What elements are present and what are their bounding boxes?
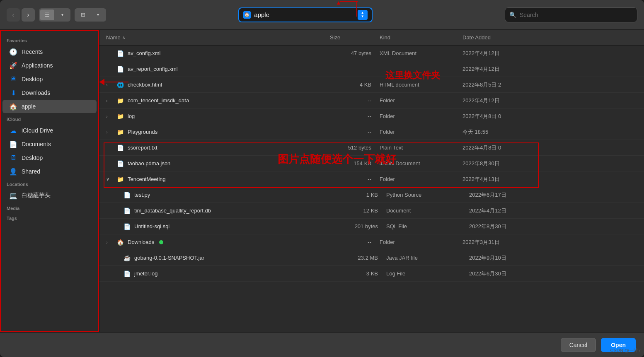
table-row[interactable]: 📄 tim_database_quallity_report.db 12 KB … xyxy=(99,203,644,219)
file-kind: Log File xyxy=(386,270,469,277)
file-kind: Folder xyxy=(380,176,462,182)
sidebar-item-label-desktop: Desktop xyxy=(22,76,43,82)
file-area: 图片点随便选个一下就好 这里换文件夹 Name ∧ Size Kind Date… xyxy=(99,30,644,332)
file-kind: Folder xyxy=(380,239,462,245)
forward-button[interactable]: › xyxy=(22,8,35,22)
sidebar-item-label-downloads: Downloads xyxy=(22,89,50,96)
tags-section-label: Tags xyxy=(0,212,99,222)
file-size: 47 bytes xyxy=(330,50,380,56)
table-row[interactable]: 📄 ssoreport.txt 512 bytes Plain Text 202… xyxy=(99,140,644,156)
list-view-button[interactable]: ☰ xyxy=(40,10,54,20)
desktop-icon: 🖥 xyxy=(9,75,17,83)
table-row[interactable]: ☕ gobang-0.0.1-SNAPSHOT.jar 23.2 MB Java… xyxy=(99,250,644,266)
applications-icon: 🚀 xyxy=(9,61,17,70)
search-input[interactable] xyxy=(520,12,633,18)
file-date: 2022年8月30日 xyxy=(469,223,637,230)
table-row[interactable]: 📄 taobao.pdma.json 154 KB JSON Document … xyxy=(99,156,644,171)
sidebar-item-label-icloud-drive: iCloud Drive xyxy=(22,127,53,134)
shared-icon: 👤 xyxy=(9,167,17,176)
file-name: Downloads xyxy=(128,239,154,245)
expand-arrow: › xyxy=(106,114,113,119)
table-row[interactable]: 📄 av_report_config.xml 2022年4月12日 xyxy=(99,61,644,77)
sidebar-item-desktop[interactable]: 🖥 Desktop xyxy=(2,72,97,86)
table-row[interactable]: › 📁 Playgrounds -- Folder 今天 18:55 xyxy=(99,124,644,140)
list-view-chevron[interactable]: ▾ xyxy=(55,10,69,20)
location-arrows[interactable]: ▲ ▼ xyxy=(358,10,368,20)
table-row[interactable]: › 🌐 checkbox.html 4 KB HTML document 202… xyxy=(99,77,644,93)
file-date: 2022年4月8日 0 xyxy=(462,113,637,120)
list-view-icon: ☰ xyxy=(45,12,50,18)
sidebar-item-icloud-drive[interactable]: ☁ iCloud Drive xyxy=(2,124,97,137)
sidebar-item-computer[interactable]: 💻 白糖蘸芋头 xyxy=(2,189,97,202)
col-header-kind[interactable]: Kind xyxy=(380,34,462,41)
table-row[interactable]: › 📁 com_tencent_imsdk_data -- Folder 202… xyxy=(99,93,644,109)
green-dot-badge xyxy=(159,240,163,244)
file-name: TencentMeeting xyxy=(128,176,166,182)
sidebar-item-desktop-icloud[interactable]: 🖥 Desktop xyxy=(2,151,97,164)
file-name-cell: › 📁 com_tencent_imsdk_data xyxy=(106,96,330,105)
sidebar-item-applications[interactable]: 🚀 Applications xyxy=(2,59,97,72)
table-row[interactable]: 📄 test.py 1 KB Python Source 2022年6月17日 xyxy=(99,187,644,203)
table-row[interactable]: › 🏠 Downloads -- Folder 2022年3月31日 xyxy=(99,234,644,250)
icloud-section-label: iCloud xyxy=(0,113,99,123)
table-row[interactable]: 📄 Untitled-sql.sql 201 bytes SQL File 20… xyxy=(99,219,644,234)
sidebar-item-downloads[interactable]: ⬇ Downloads xyxy=(2,86,97,99)
file-name-cell: ∨ 📁 TencentMeeting xyxy=(106,175,330,183)
file-size: -- xyxy=(330,176,380,182)
col-header-name[interactable]: Name ∧ xyxy=(106,34,330,41)
file-size: 154 KB xyxy=(330,160,380,166)
table-row[interactable]: ∨ 📁 TencentMeeting -- Folder 2022年4月13日 xyxy=(99,171,644,187)
file-name-cell: 📄 test.py xyxy=(113,191,337,199)
computer-icon: 💻 xyxy=(9,191,17,200)
annotation-arrow-head: ▲ xyxy=(336,0,341,6)
file-kind: Plain Text xyxy=(380,145,462,151)
view-toggle: ☰ ▾ xyxy=(39,8,70,22)
cancel-button[interactable]: Cancel xyxy=(561,338,596,352)
txt-icon: 📄 xyxy=(116,144,124,152)
file-name: test.py xyxy=(134,192,150,198)
file-size: 12 KB xyxy=(337,207,386,214)
favorites-section-label: Favorites xyxy=(0,35,99,45)
grid-view-chevron[interactable]: ▾ xyxy=(91,10,105,20)
col-header-date[interactable]: Date Added xyxy=(462,34,637,41)
sidebar-item-apple[interactable]: 🏠 apple xyxy=(2,100,97,113)
nav-buttons: ‹ › xyxy=(7,8,35,22)
file-name: ssoreport.txt xyxy=(128,145,157,151)
sidebar-item-label-shared: Shared xyxy=(22,168,40,175)
file-date: 2022年4月12日 xyxy=(462,65,637,73)
downloads-icon: ⬇ xyxy=(9,89,17,97)
search-box[interactable]: 🔍 xyxy=(505,7,637,22)
table-row[interactable]: › 📁 log -- Folder 2022年4月8日 0 xyxy=(99,109,644,124)
annotation-arrow-horizontal xyxy=(340,1,358,2)
chevron-down-icon2: ▾ xyxy=(97,12,99,17)
expand-arrow: › xyxy=(106,240,113,245)
grid-view-button[interactable]: ⊞ xyxy=(76,10,90,20)
folder-icon: 📁 xyxy=(116,96,124,105)
finder-window: ‹ › ☰ ▾ ⊞ ▾ 🏠 a xyxy=(0,0,644,357)
main-content: Favorites 🕐 Recents 🚀 Applications 🖥 Des… xyxy=(0,30,644,332)
search-icon: 🔍 xyxy=(509,12,516,18)
file-list: 📄 av_config.xml 47 bytes XML Document 20… xyxy=(99,46,644,332)
table-row[interactable]: 📄 jmeter.log 3 KB Log File 2022年6月30日 xyxy=(99,266,644,282)
back-icon: ‹ xyxy=(12,11,14,19)
py-icon: 📄 xyxy=(123,191,131,199)
location-bar[interactable]: 🏠 apple ▲ ▼ xyxy=(238,7,372,22)
file-name-cell: › 🌐 checkbox.html xyxy=(106,81,330,89)
table-row[interactable]: 📄 av_config.xml 47 bytes XML Document 20… xyxy=(99,46,644,61)
sidebar-item-label-computer: 白糖蘸芋头 xyxy=(22,192,51,199)
file-size: 4 KB xyxy=(330,82,380,88)
location-text: apple xyxy=(254,11,354,18)
file-date: 2022年3月31日 xyxy=(462,239,637,246)
file-size: -- xyxy=(330,129,380,135)
sidebar-item-label-recents: Recents xyxy=(22,48,43,55)
sidebar-item-documents[interactable]: 📄 Documents xyxy=(2,137,97,151)
col-header-size[interactable]: Size xyxy=(330,34,380,41)
sidebar-item-recents[interactable]: 🕐 Recents xyxy=(2,45,97,58)
back-button[interactable]: ‹ xyxy=(7,8,20,22)
grid-view-icon: ⊞ xyxy=(81,12,85,18)
sidebar-item-shared[interactable]: 👤 Shared xyxy=(2,165,97,178)
file-name-cell: 📄 Untitled-sql.sql xyxy=(113,222,337,231)
file-kind: Java JAR file xyxy=(386,255,469,261)
expand-arrow: › xyxy=(106,82,113,87)
file-date: 2022年6月17日 xyxy=(469,191,637,199)
